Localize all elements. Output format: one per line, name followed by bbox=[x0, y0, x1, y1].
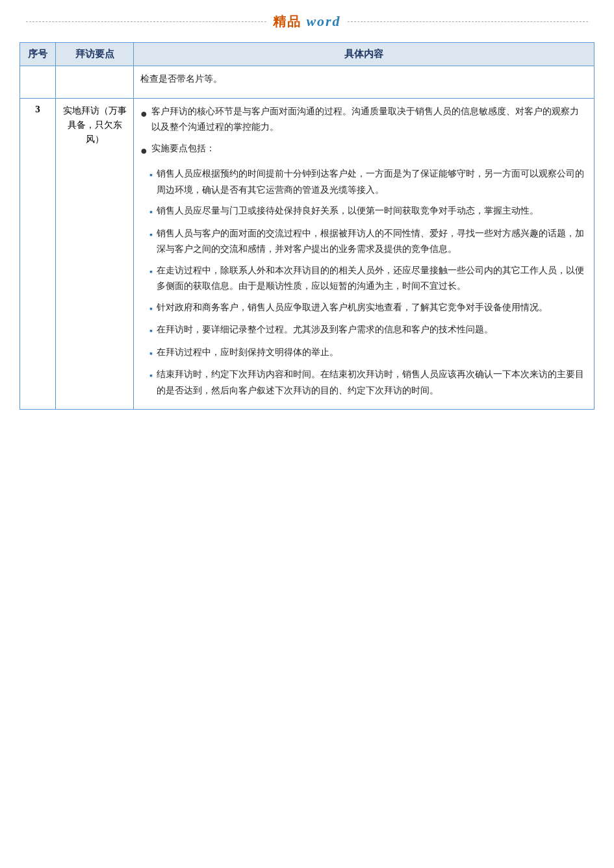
bullet-square-7: ▪ 在拜访时，要详细记录整个过程。尤其涉及到客户需求的信息和客户的技术性问题。 bbox=[149, 322, 587, 340]
bullet-sq-4: ▪ bbox=[149, 227, 153, 243]
page-header: 精品 word bbox=[19, 13, 595, 31]
col-header-content: 具体内容 bbox=[134, 43, 595, 66]
bullet-text-4: 销售人员与客户的面对面的交流过程中，根据被拜访人的不同性情、爱好，寻找一些对方感… bbox=[157, 226, 587, 258]
bullet-text-6: 针对政府和商务客户，销售人员应争取进入客户机房实地查看，了解其它竞争对手设备使用… bbox=[157, 300, 587, 316]
bullet-text-5: 在走访过程中，除联系人外和本次拜访目的的相关人员外，还应尽量接触一些公司内的其它… bbox=[157, 263, 587, 295]
bullet-square-3: ▪ 销售人员应尽量与门卫或接待处保持良好关系，以便第一时间获取竞争对手动态，掌握… bbox=[149, 203, 587, 221]
header-line-right bbox=[348, 21, 588, 22]
key-cell-2: 实地拜访（万事具备，只欠东风） bbox=[56, 98, 134, 410]
bullet-text-2: 销售人员应根据预约的时间提前十分钟到达客户处，一方面是为了保证能够守时，另一方面… bbox=[157, 166, 587, 198]
table-header-row: 序号 拜访要点 具体内容 bbox=[20, 43, 595, 66]
key-cell-1 bbox=[56, 66, 134, 99]
col-header-seq: 序号 bbox=[20, 43, 56, 66]
bullet-square-2: ▪ 销售人员应根据预约的时间提前十分钟到达客户处，一方面是为了保证能够守时，另一… bbox=[149, 166, 587, 198]
bullet-text-3: 销售人员应尽量与门卫或接待处保持良好关系，以便第一时间获取竞争对手动态，掌握主动… bbox=[157, 203, 587, 219]
bullet-square-4: ▪ 销售人员与客户的面对面的交流过程中，根据被拜访人的不同性情、爱好，寻找一些对… bbox=[149, 226, 587, 258]
header-title-cn: 精品 bbox=[273, 14, 301, 29]
bullet-circle-1: ● 实施要点包括： bbox=[140, 141, 587, 162]
seq-cell-2: 3 bbox=[20, 98, 56, 410]
bullet-square-5: ▪ 在走访过程中，除联系人外和本次拜访目的的相关人员外，还应尽量接触一些公司内的… bbox=[149, 263, 587, 295]
bullet-dot-0: ● bbox=[140, 104, 147, 125]
main-table: 序号 拜访要点 具体内容 检查是否带名片等。 3 实地拜访（万事具备，只欠东风）… bbox=[19, 42, 595, 410]
bullet-sq-9: ▪ bbox=[149, 368, 153, 384]
header-line-left bbox=[26, 21, 266, 22]
bullet-sq-6: ▪ bbox=[149, 301, 153, 317]
bullet-sq-2: ▪ bbox=[149, 167, 153, 184]
bullet-square-9: ▪ 结束拜访时，约定下次拜访内容和时间。在结束初次拜访时，销售人员应该再次确认一… bbox=[149, 367, 587, 399]
bullet-sq-5: ▪ bbox=[149, 264, 153, 280]
bullet-sq-7: ▪ bbox=[149, 323, 153, 340]
bullet-sq-3: ▪ bbox=[149, 205, 153, 221]
content-cell-2: ● 客户拜访的核心环节是与客户面对面沟通的过程。沟通质量取决于销售人员的信息敏感… bbox=[134, 98, 595, 410]
bullet-text-9: 结束拜访时，约定下次拜访内容和时间。在结束初次拜访时，销售人员应该再次确认一下本… bbox=[157, 367, 587, 399]
col-header-key: 拜访要点 bbox=[56, 43, 134, 66]
bullet-text-0: 客户拜访的核心环节是与客户面对面沟通的过程。沟通质量取决于销售人员的信息敏感度、… bbox=[151, 104, 587, 136]
header-title-word: word bbox=[306, 13, 340, 29]
bullet-square-6: ▪ 针对政府和商务客户，销售人员应争取进入客户机房实地查看，了解其它竞争对手设备… bbox=[149, 300, 587, 317]
bullet-text-8: 在拜访过程中，应时刻保持文明得体的举止。 bbox=[157, 345, 587, 361]
bullet-circle-0: ● 客户拜访的核心环节是与客户面对面沟通的过程。沟通质量取决于销售人员的信息敏感… bbox=[140, 104, 587, 136]
bullet-text-1: 实施要点包括： bbox=[151, 141, 587, 157]
table-row: 检查是否带名片等。 bbox=[20, 66, 595, 99]
intro-text-1: 检查是否带名片等。 bbox=[140, 71, 587, 88]
bullet-dot-1: ● bbox=[140, 141, 147, 162]
seq-cell-1 bbox=[20, 66, 56, 99]
table-row: 3 实地拜访（万事具备，只欠东风） ● 客户拜访的核心环节是与客户面对面沟通的过… bbox=[20, 98, 595, 410]
bullet-text-7: 在拜访时，要详细记录整个过程。尤其涉及到客户需求的信息和客户的技术性问题。 bbox=[157, 322, 587, 338]
content-cell-1: 检查是否带名片等。 bbox=[134, 66, 595, 99]
header-title: 精品 word bbox=[273, 13, 340, 31]
bullet-square-8: ▪ 在拜访过程中，应时刻保持文明得体的举止。 bbox=[149, 345, 587, 362]
bullet-sq-8: ▪ bbox=[149, 346, 153, 362]
